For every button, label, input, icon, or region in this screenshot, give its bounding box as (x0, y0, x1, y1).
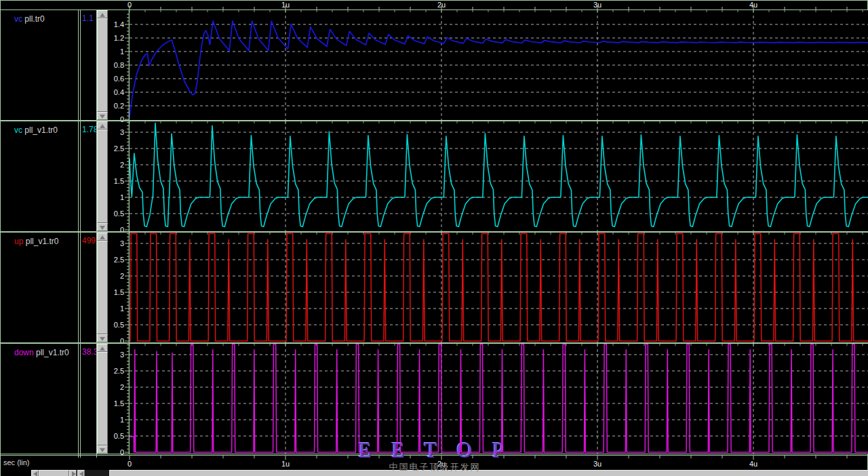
time-tick-label: 1u (281, 460, 290, 468)
y-tick-label: 1.5 (106, 177, 124, 185)
plot-area-vc-pll[interactable] (130, 10, 868, 120)
signal-prefix: vc (14, 14, 22, 24)
time-tick-label: 2u (437, 1, 446, 9)
top-time-axis: 01u2u3u4u (1, 1, 868, 10)
column-divider (78, 10, 79, 458)
y-tick-label: 0.5 (106, 210, 124, 218)
x-axis-unit-label: sec (lin) (3, 458, 30, 467)
signal-prefix: down (14, 348, 34, 357)
y-tick-label: 0.5 (106, 432, 124, 440)
time-tick-label: 3u (593, 460, 601, 468)
y-tick-label: 0.4 (106, 88, 124, 96)
up-arrow-icon (100, 13, 105, 17)
y-tick-label: 1 (106, 416, 124, 424)
y-tick-label: 1 (106, 304, 124, 313)
y-tick-label: 1.2 (106, 34, 124, 42)
signal-label-up[interactable]: up pll_v1.tr0 (14, 237, 58, 246)
waveform-vc-pll-v1 (130, 123, 868, 227)
time-tick-label: 4u (749, 460, 757, 468)
corner-spacer (1, 470, 31, 476)
y-axis-ruler (124, 121, 130, 231)
y-tick-label: 0.2 (106, 102, 124, 110)
y-tick-label: 2 (106, 272, 124, 280)
y-tick-label: 3 (106, 239, 124, 247)
y-axis-labels-up: 32.521.510.50 (106, 233, 124, 342)
label-scroll-thumb[interactable] (39, 470, 69, 476)
y-axis-labels-down: 32.521.510.50 (106, 344, 124, 454)
waveform-vc-pll (130, 21, 868, 118)
time-tick-label: 0 (127, 1, 132, 9)
eetop-watermark-subtitle: 中国电子顶级开发网 (306, 461, 564, 473)
down-arrow-icon (100, 115, 105, 119)
signal-name: pll.tr0 (24, 14, 44, 24)
down-arrow-icon (100, 337, 105, 341)
time-scroll-left-button[interactable] (77, 470, 85, 476)
signal-name: pll_v1.tr0 (26, 237, 59, 246)
y-tick-label: 0.5 (106, 321, 124, 329)
label-scroll-left-button[interactable] (31, 470, 39, 476)
right-arrow-icon (72, 471, 76, 476)
y-tick-label: 0.6 (106, 75, 124, 83)
up-arrow-icon (100, 124, 105, 128)
cursor-value-down: 38.3 (82, 347, 97, 357)
left-arrow-icon (79, 471, 83, 476)
signal-label-vc-pll[interactable]: vc pll.tr0 (14, 14, 45, 24)
y-tick-label: 2 (106, 161, 124, 169)
down-arrow-icon (100, 226, 105, 230)
signal-prefix: vc (14, 125, 22, 135)
plot-area-vc-pll-v1[interactable] (130, 121, 868, 231)
time-tick-label: 3u (593, 1, 601, 9)
column-divider (96, 10, 97, 458)
y-axis-labels-vc-pll: 1.41.210.80.60.40.20 (106, 10, 124, 120)
y-tick-label: 1 (106, 47, 124, 56)
signal-prefix: up (14, 237, 23, 246)
y-axis-ruler (124, 10, 130, 120)
time-tick-label: 1u (281, 1, 290, 9)
y-axis-ruler (124, 233, 130, 342)
y-tick-label: 3 (106, 128, 124, 136)
time-tick-label: 0 (127, 460, 132, 468)
time-scroll-track[interactable] (85, 470, 109, 476)
left-arrow-icon (33, 471, 37, 476)
up-arrow-icon (100, 346, 105, 351)
signal-label-vc-pll-v1[interactable]: vc pll_v1.tr0 (14, 125, 58, 135)
signal-label-down[interactable]: down pll_v1.tr0 (14, 348, 69, 357)
cursor-value-up: 499 (82, 236, 97, 245)
cursor-value-vc-pll: 1.1 (82, 14, 97, 23)
y-tick-label: 1.5 (106, 399, 124, 408)
signal-name: pll_v1.tr0 (24, 125, 58, 135)
down-arrow-icon (100, 448, 105, 452)
column-divider (80, 10, 81, 458)
label-scroll-right-button[interactable] (69, 470, 77, 476)
signal-name: pll_v1.tr0 (36, 348, 69, 357)
plot-area-up[interactable] (130, 233, 868, 342)
y-tick-label: 3 (106, 351, 124, 359)
y-axis-ruler (124, 344, 130, 454)
y-tick-label: 0.8 (106, 61, 124, 69)
waveform-viewer-window: 01u2u3u4u E E T O P 中国电子顶级开发网 vc pll.tr0… (0, 0, 868, 476)
up-arrow-icon (100, 235, 105, 239)
time-tick-label: 4u (749, 1, 757, 9)
plot-area-down[interactable] (130, 344, 868, 454)
y-tick-label: 1.4 (106, 20, 124, 28)
y-tick-label: 2 (106, 383, 124, 391)
y-tick-label: 1 (106, 193, 124, 201)
cursor-value-vc-pll-v1: 1.78 (82, 125, 97, 134)
y-tick-label: 2.5 (106, 256, 124, 264)
y-axis-labels-vc-pll-v1: 32.521.510.50 (106, 121, 124, 231)
y-tick-label: 1.5 (106, 288, 124, 296)
y-tick-label: 2.5 (106, 367, 124, 375)
y-tick-label: 2.5 (106, 144, 124, 153)
